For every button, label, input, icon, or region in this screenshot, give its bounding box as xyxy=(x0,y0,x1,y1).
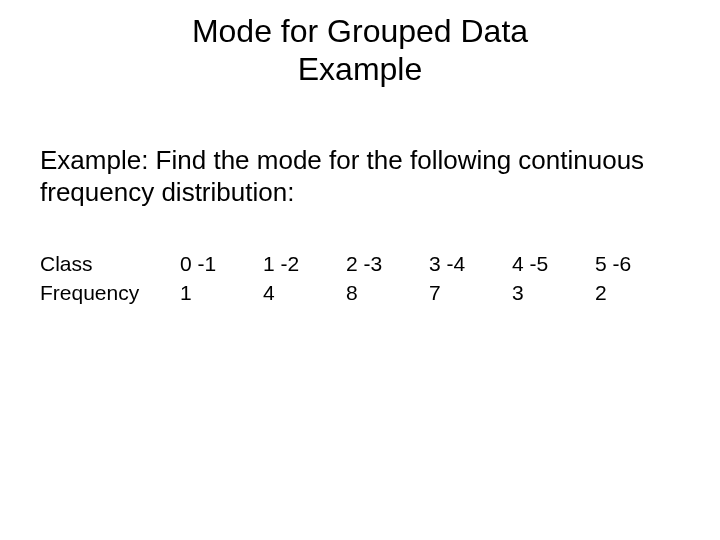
table-col: 4 -5 3 xyxy=(512,249,595,308)
row-label-frequency: Frequency xyxy=(40,278,180,307)
title-line-2: Example xyxy=(298,51,423,87)
table-col: 2 -3 8 xyxy=(346,249,429,308)
title-line-1: Mode for Grouped Data xyxy=(192,13,528,49)
data-columns: 0 -1 1 1 -2 4 2 -3 8 3 -4 7 4 -5 3 5 -6 … xyxy=(180,249,678,308)
class-cell: 0 -1 xyxy=(180,249,263,278)
freq-cell: 7 xyxy=(429,278,512,307)
class-cell: 4 -5 xyxy=(512,249,595,278)
table-col: 3 -4 7 xyxy=(429,249,512,308)
body-text: Example: Find the mode for the following… xyxy=(40,144,680,209)
frequency-table: Class Frequency 0 -1 1 1 -2 4 2 -3 8 3 -… xyxy=(40,249,680,308)
freq-cell: 1 xyxy=(180,278,263,307)
class-cell: 1 -2 xyxy=(263,249,346,278)
freq-cell: 2 xyxy=(595,278,678,307)
row-header-column: Class Frequency xyxy=(40,249,180,308)
table-col: 5 -6 2 xyxy=(595,249,678,308)
class-cell: 3 -4 xyxy=(429,249,512,278)
freq-cell: 3 xyxy=(512,278,595,307)
table-col: 1 -2 4 xyxy=(263,249,346,308)
class-cell: 5 -6 xyxy=(595,249,678,278)
freq-cell: 4 xyxy=(263,278,346,307)
class-cell: 2 -3 xyxy=(346,249,429,278)
freq-cell: 8 xyxy=(346,278,429,307)
row-label-class: Class xyxy=(40,249,180,278)
slide-title: Mode for Grouped Data Example xyxy=(40,12,680,89)
table-col: 0 -1 1 xyxy=(180,249,263,308)
